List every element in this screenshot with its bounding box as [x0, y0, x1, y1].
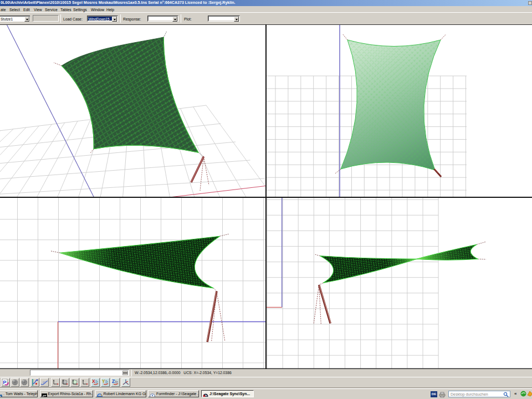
svg-text:Y: Y — [102, 378, 105, 384]
svg-text:Z: Z — [112, 378, 115, 384]
svg-text:X: X — [92, 378, 95, 384]
svg-text:P: P — [3, 380, 6, 385]
